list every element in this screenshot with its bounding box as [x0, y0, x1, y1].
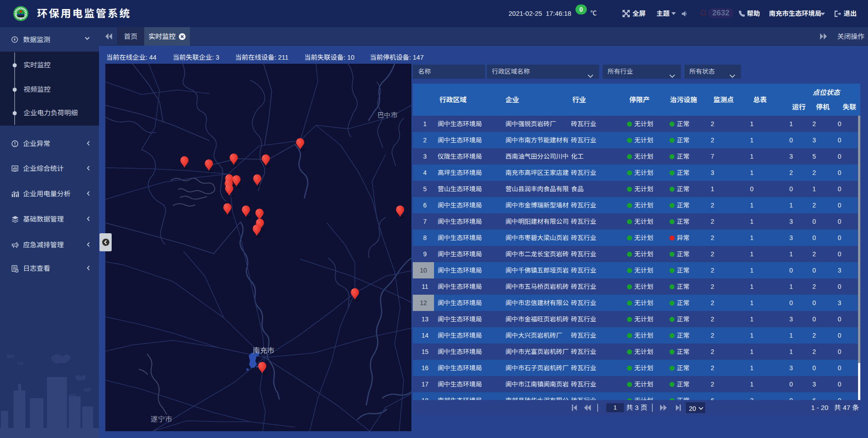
- svg-text:南充市: 南充市: [253, 347, 274, 354]
- svg-text:遂宁市: 遂宁市: [151, 415, 172, 423]
- svg-text:巴中市: 巴中市: [377, 111, 397, 119]
